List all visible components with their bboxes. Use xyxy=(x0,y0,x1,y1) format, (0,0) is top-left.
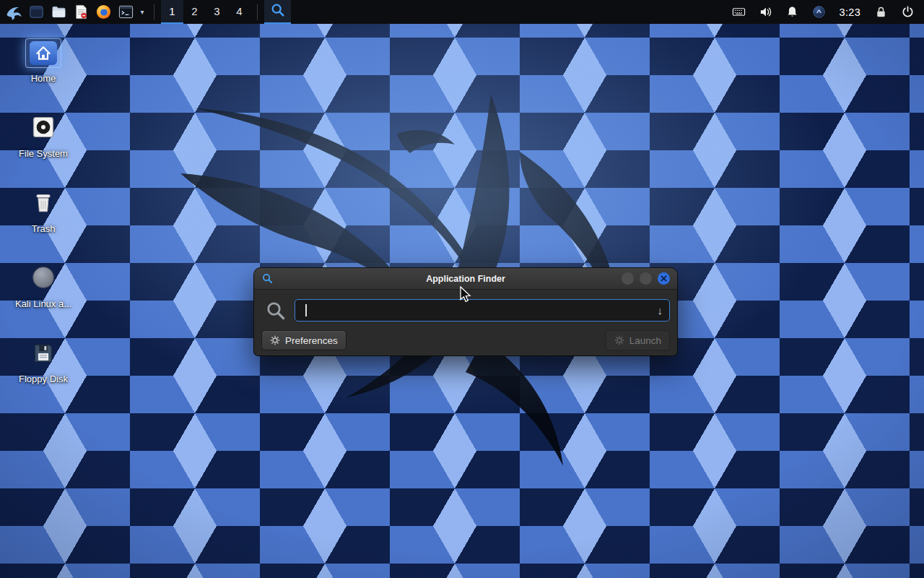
lock-screen-button[interactable] xyxy=(868,0,894,24)
window-icon xyxy=(28,4,45,20)
window-manager-launcher[interactable] xyxy=(25,0,48,24)
volume-control[interactable] xyxy=(752,0,779,24)
desktop-icon-label: Trash xyxy=(32,223,56,234)
window-search-icon xyxy=(261,272,274,285)
workspace-3[interactable]: 3 xyxy=(206,0,228,24)
desktop-icon-floppy[interactable]: Floppy Disk xyxy=(7,335,79,384)
terminal-launcher[interactable] xyxy=(115,0,137,24)
network-status[interactable] xyxy=(806,0,832,24)
bell-icon xyxy=(785,5,799,19)
workspace-1[interactable]: 1 xyxy=(161,0,183,24)
desktop-icon-list: Home File System Trash Kali Linux a... F… xyxy=(7,35,79,384)
keyboard-icon xyxy=(732,5,746,19)
taskbar-application-finder[interactable] xyxy=(264,0,291,24)
close-button[interactable] xyxy=(658,272,670,285)
launch-label: Launch xyxy=(629,335,661,346)
desktop-icon-trash[interactable]: Trash xyxy=(7,185,79,234)
desktop-icon-filesystem[interactable]: File System xyxy=(7,110,79,159)
panel-separator xyxy=(154,4,154,20)
selection-highlight xyxy=(25,38,61,68)
filesystem-icon xyxy=(30,114,56,143)
application-finder-window: Application Finder ↓ xyxy=(254,268,677,355)
text-editor-icon xyxy=(73,4,90,20)
launch-gear-icon xyxy=(614,335,624,345)
panel-separator xyxy=(257,4,258,20)
search-input[interactable]: ↓ xyxy=(295,299,670,322)
desktop-icon-kali-docs[interactable]: Kali Linux a... xyxy=(7,260,79,309)
notifications[interactable] xyxy=(779,0,806,24)
kali-disc-icon xyxy=(30,264,56,293)
dropdown-arrow-icon[interactable]: ↓ xyxy=(658,305,663,316)
firefox-icon xyxy=(95,4,112,20)
minimize-button[interactable] xyxy=(622,272,634,285)
preferences-label: Preferences xyxy=(285,335,338,346)
gear-icon xyxy=(270,335,280,345)
network-orb-icon xyxy=(812,5,826,19)
maximize-button[interactable] xyxy=(640,272,652,285)
window-title: Application Finder xyxy=(254,274,677,284)
volume-icon xyxy=(759,5,772,19)
workspace-2[interactable]: 2 xyxy=(183,0,206,24)
panel-clock[interactable]: 3:23 xyxy=(832,7,868,18)
folder-icon xyxy=(51,4,67,20)
desktop-icon-label: Kali Linux a... xyxy=(15,298,71,309)
preferences-button[interactable]: Preferences xyxy=(261,330,346,350)
desktop: ▾ 1 2 3 4 xyxy=(0,0,924,578)
lock-icon xyxy=(874,5,888,19)
desktop-icon-label: Home xyxy=(31,73,56,84)
desktop-icon-home[interactable]: Home xyxy=(7,35,79,84)
floppy-disk-icon xyxy=(31,341,56,368)
firefox-launcher[interactable] xyxy=(92,0,115,24)
system-tray: 3:23 xyxy=(725,0,921,24)
chevron-down-icon[interactable]: ▾ xyxy=(137,0,147,24)
launch-button[interactable]: Launch xyxy=(606,330,670,350)
trash-icon xyxy=(31,189,56,218)
kali-dragon-icon xyxy=(4,2,25,22)
text-editor-launcher[interactable] xyxy=(70,0,92,24)
desktop-icon-label: File System xyxy=(19,148,68,159)
mouse-cursor xyxy=(459,286,472,303)
top-panel: ▾ 1 2 3 4 xyxy=(0,0,924,24)
workspace-4[interactable]: 4 xyxy=(228,0,250,24)
kali-menu-button[interactable] xyxy=(3,0,25,24)
file-manager-launcher[interactable] xyxy=(48,0,70,24)
finder-magnifier-icon xyxy=(270,2,286,21)
terminal-icon xyxy=(118,4,134,20)
home-icon xyxy=(30,41,57,65)
logout-button[interactable] xyxy=(894,0,921,24)
text-caret xyxy=(305,304,307,316)
search-icon xyxy=(265,300,287,322)
keyboard-indicator[interactable] xyxy=(725,0,752,24)
power-icon xyxy=(901,5,915,19)
desktop-icon-label: Floppy Disk xyxy=(19,374,68,384)
